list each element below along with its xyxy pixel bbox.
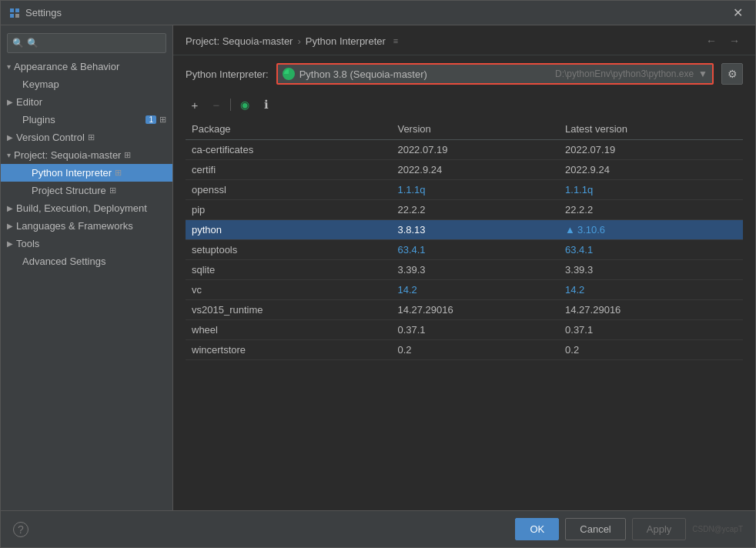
table-row[interactable]: vs2015_runtime14.27.2901614.27.29016	[186, 300, 743, 320]
nav-back[interactable]: ←	[703, 33, 720, 48]
vc-icon: ⊞	[88, 132, 95, 142]
package-latest: 2022.07.19	[559, 140, 743, 160]
breadcrumb-project: Project: Sequoia-master	[186, 35, 293, 47]
package-version: 2022.9.24	[391, 160, 559, 180]
interpreter-name: Python 3.8 (Sequoia-master)	[299, 68, 555, 80]
package-latest: 14.27.29016	[559, 300, 743, 320]
main-content: 🔍 ▾ Appearance & Behavior Keymap ▶ Edito…	[1, 25, 755, 510]
info-button[interactable]: ℹ	[257, 95, 276, 114]
settings-dialog: Settings ✕ 🔍 ▾ Appearance & Behavior Key…	[0, 0, 756, 548]
svg-rect-3	[15, 14, 19, 18]
col-package: Package	[186, 119, 391, 140]
interpreter-settings-button[interactable]: ⚙	[721, 63, 743, 85]
sidebar-item-tools[interactable]: ▶ Tools	[1, 235, 172, 252]
interpreter-status-icon	[283, 68, 295, 80]
sidebar: 🔍 ▾ Appearance & Behavior Keymap ▶ Edito…	[1, 25, 173, 510]
add-package-button[interactable]: +	[186, 95, 204, 114]
package-latest: 14.2	[559, 280, 743, 300]
expand-arrow: ▶	[7, 133, 13, 142]
table-row[interactable]: wincertstore0.20.2	[186, 340, 743, 360]
table-row[interactable]: ca-certificates2022.07.192022.07.19	[186, 140, 743, 160]
package-name: ca-certificates	[186, 140, 391, 160]
expand-arrow: ▶	[7, 98, 13, 106]
package-name: vc	[186, 280, 391, 300]
sidebar-item-appearance[interactable]: ▾ Appearance & Behavior	[1, 58, 172, 75]
expand-arrow: ▶	[7, 239, 13, 248]
packages-toolbar: + − ◉ ℹ	[173, 92, 755, 119]
sidebar-item-editor[interactable]: ▶ Editor	[1, 93, 172, 111]
apply-button[interactable]: Apply	[632, 518, 687, 540]
package-latest: 1.1.1q	[559, 180, 743, 200]
sidebar-item-project-structure[interactable]: Project Structure ⊞	[1, 182, 172, 199]
pi-icon: ⊞	[115, 168, 122, 178]
package-name: vs2015_runtime	[186, 300, 391, 320]
package-latest: 0.37.1	[559, 320, 743, 340]
table-row[interactable]: certifi2022.9.242022.9.24	[186, 160, 743, 180]
help-button[interactable]: ?	[13, 522, 28, 537]
sidebar-item-build[interactable]: ▶ Build, Execution, Deployment	[1, 199, 172, 217]
sidebar-item-label: Version Control	[16, 132, 85, 143]
run-button[interactable]: ◉	[236, 95, 254, 114]
table-row[interactable]: vc14.214.2	[186, 280, 743, 300]
package-version: 0.37.1	[391, 320, 559, 340]
sidebar-item-label: Project: Sequoia-master	[14, 149, 121, 161]
table-row[interactable]: openssl1.1.1q1.1.1q	[186, 180, 743, 200]
sidebar-item-version-control[interactable]: ▶ Version Control ⊞	[1, 129, 172, 146]
expand-arrow: ▾	[7, 62, 11, 71]
sidebar-item-label: Advanced Settings	[22, 256, 105, 267]
ok-button[interactable]: OK	[515, 518, 559, 540]
project-icon: ⊞	[124, 150, 131, 160]
package-latest: 3.39.3	[559, 260, 743, 280]
package-version: 3.39.3	[391, 260, 559, 280]
package-latest: 2022.9.24	[559, 160, 743, 180]
dropdown-arrow-icon: ▼	[698, 68, 707, 79]
table-row[interactable]: wheel0.37.10.37.1	[186, 320, 743, 340]
search-input[interactable]	[27, 38, 161, 48]
table-row[interactable]: pip22.2.222.2.2	[186, 200, 743, 220]
table-row[interactable]: setuptools63.4.163.4.1	[186, 240, 743, 260]
remove-package-button[interactable]: −	[207, 95, 226, 114]
sidebar-item-label: Python Interpreter	[32, 167, 112, 179]
table-row[interactable]: python3.8.13▲3.10.6	[186, 220, 743, 240]
sidebar-item-plugins[interactable]: Plugins 1 ⊞	[1, 111, 172, 129]
nav-forward[interactable]: →	[726, 33, 743, 48]
watermark: CSDN@ycapT	[692, 525, 743, 533]
package-latest: 22.2.2	[559, 200, 743, 220]
package-version: 0.2	[391, 340, 559, 360]
package-name: sqlite	[186, 260, 391, 280]
sidebar-item-label: Editor	[16, 96, 42, 108]
breadcrumb-separator: ›	[297, 35, 300, 47]
expand-arrow: ▶	[7, 222, 13, 230]
breadcrumb-icon: ≡	[393, 36, 398, 45]
breadcrumb-current: Python Interpreter	[306, 35, 386, 47]
package-name: openssl	[186, 180, 391, 200]
ps-icon: ⊞	[109, 185, 116, 195]
sidebar-item-label: Tools	[16, 238, 39, 249]
close-button[interactable]: ✕	[728, 4, 748, 22]
search-box[interactable]: 🔍	[7, 33, 166, 53]
package-name: python	[186, 220, 391, 240]
toolbar-separator	[230, 99, 231, 111]
package-version: 22.2.2	[391, 200, 559, 220]
sidebar-item-keymap[interactable]: Keymap	[1, 75, 172, 93]
svg-rect-1	[15, 8, 19, 12]
sidebar-item-label: Build, Execution, Deployment	[16, 202, 147, 214]
sidebar-item-languages[interactable]: ▶ Languages & Frameworks	[1, 217, 172, 235]
interpreter-dropdown[interactable]: Python 3.8 (Sequoia-master) D:\pythonEnv…	[276, 63, 714, 85]
packages-table: Package Version Latest version ca-certif…	[186, 119, 743, 510]
package-version: 1.1.1q	[391, 180, 559, 200]
content-area: Project: Sequoia-master › Python Interpr…	[173, 25, 755, 510]
package-version: 63.4.1	[391, 240, 559, 260]
table-row[interactable]: sqlite3.39.33.39.3	[186, 260, 743, 280]
sidebar-item-project[interactable]: ▾ Project: Sequoia-master ⊞	[1, 146, 172, 164]
package-name: certifi	[186, 160, 391, 180]
package-version: 2022.07.19	[391, 140, 559, 160]
plugins-badge: 1	[146, 115, 156, 124]
sidebar-item-advanced-settings[interactable]: Advanced Settings	[1, 252, 172, 270]
sidebar-item-python-interpreter[interactable]: Python Interpreter ⊞	[1, 164, 172, 182]
col-version: Version	[391, 119, 559, 140]
cancel-button[interactable]: Cancel	[565, 518, 625, 540]
svg-rect-0	[10, 8, 14, 12]
package-latest: 0.2	[559, 340, 743, 360]
app-icon	[8, 7, 21, 19]
